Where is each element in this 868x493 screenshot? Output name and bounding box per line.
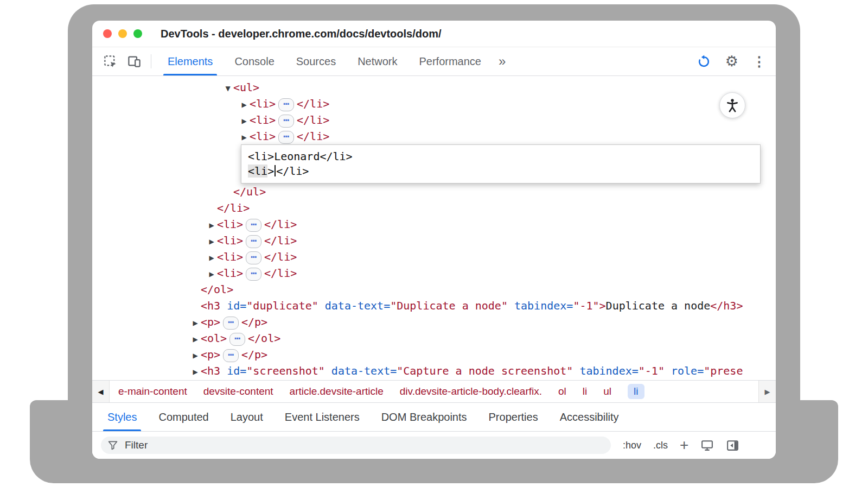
expand-arrow-icon[interactable]: ▶ (190, 347, 201, 364)
ellipsis-expand-button[interactable]: … (223, 349, 239, 362)
code-token: </li> (264, 250, 297, 263)
breadcrumb-scroll-left-button[interactable]: ◀ (92, 381, 110, 402)
dom-tree-line[interactable]: ▶<li>…</li> (92, 112, 776, 128)
ellipsis-expand-button[interactable]: … (278, 115, 294, 128)
dom-tree-line[interactable]: ▶<p>…</p> (92, 346, 776, 363)
code-token: </li> (264, 218, 297, 231)
ellipsis-expand-button[interactable]: … (229, 333, 245, 346)
filter-input[interactable] (124, 439, 604, 452)
toggle-element-state-button[interactable]: :hov (623, 440, 641, 451)
ellipsis-expand-button[interactable]: … (223, 317, 239, 330)
device-toolbar-icon[interactable] (126, 53, 142, 69)
minimize-window-button[interactable] (118, 29, 127, 38)
more-tabs-icon[interactable]: » (492, 47, 512, 75)
code-token: </p> (241, 315, 267, 328)
dom-tree-line[interactable]: ▼<ul> (92, 79, 776, 96)
devtools-window: DevTools - developer.chrome.com/docs/dev… (92, 21, 776, 459)
toolbar-right-icons: ⚙ ⋮ (697, 54, 766, 69)
breadcrumb-scroll-right-button[interactable]: ▶ (758, 381, 776, 402)
rendering-emulations-button[interactable] (700, 439, 714, 452)
dom-tree-line[interactable]: </ul> (92, 184, 776, 200)
dom-tree-line[interactable]: ▶<li>…</li> (92, 128, 776, 144)
expand-arrow-icon[interactable]: ▶ (206, 233, 217, 250)
breadcrumb-item[interactable]: e-main-content (118, 385, 187, 397)
breadcrumb-item[interactable]: article.devsite-article (290, 385, 384, 397)
code-token: id= (220, 299, 246, 312)
tab-dom-breakpoints[interactable]: DOM Breakpoints (371, 403, 478, 431)
code-token: </li> (297, 130, 329, 143)
breadcrumb-item[interactable]: li (583, 385, 587, 397)
dom-tree-line[interactable]: ▶<li>…</li> (92, 216, 776, 232)
ellipsis-expand-button[interactable]: … (246, 235, 261, 248)
window-titlebar: DevTools - developer.chrome.com/docs/dev… (92, 21, 776, 47)
dom-tree-line[interactable]: ▶<h3 id="screenshot" data-text="Capture … (92, 363, 776, 379)
tab-performance[interactable]: Performance (409, 47, 493, 75)
code-token: <li> (217, 250, 243, 263)
expand-arrow-icon[interactable]: ▶ (239, 113, 250, 129)
expand-arrow-icon[interactable]: ▶ (239, 129, 250, 146)
tab-styles[interactable]: Styles (97, 403, 148, 431)
expand-arrow-icon[interactable]: ▶ (206, 250, 217, 266)
code-token: "Capture a node screenshot" (397, 364, 573, 377)
code-token: <li> (217, 218, 243, 231)
dom-tree-line[interactable]: ▶<li>…</li> (92, 232, 776, 249)
tab-properties[interactable]: Properties (478, 403, 549, 431)
expand-arrow-icon[interactable]: ▶ (206, 266, 217, 282)
ellipsis-expand-button[interactable]: … (246, 219, 261, 232)
code-token: data-text= (318, 299, 390, 312)
tab-layout[interactable]: Layout (220, 403, 274, 431)
dom-tree-line[interactable]: ▶<p>…</p> (92, 314, 776, 330)
tab-elements[interactable]: Elements (157, 47, 224, 75)
ellipsis-expand-button[interactable]: … (278, 98, 294, 111)
overflow-menu-icon[interactable]: ⋮ (752, 55, 766, 68)
sync-icon[interactable] (697, 54, 711, 69)
expand-arrow-icon[interactable]: ▶ (190, 364, 201, 380)
dom-tree-line[interactable]: ▶<li>…</li> (92, 265, 776, 281)
expand-arrow-icon[interactable]: ▶ (190, 331, 201, 347)
ellipsis-expand-button[interactable]: … (246, 268, 261, 281)
breadcrumb-item[interactable]: div.devsite-article-body.clearfix. (400, 385, 542, 397)
styles-filter-bar: :hov .cls + (92, 431, 776, 459)
close-window-button[interactable] (103, 29, 112, 38)
settings-gear-icon[interactable]: ⚙ (725, 54, 738, 69)
toggle-sidebar-button[interactable] (726, 439, 739, 452)
inline-edit-box[interactable]: <li>Leonard</li><li></li> (241, 144, 761, 184)
ellipsis-expand-button[interactable]: … (246, 251, 261, 264)
dom-tree-line[interactable]: ▶<li>…</li> (92, 96, 776, 112)
breadcrumb-item-selected[interactable]: li (628, 384, 644, 399)
dom-tree-line[interactable]: </ol> (92, 281, 776, 298)
tab-accessibility[interactable]: Accessibility (549, 403, 630, 431)
accessibility-button[interactable] (719, 92, 745, 118)
new-style-rule-button[interactable]: + (680, 438, 688, 453)
collapse-arrow-icon[interactable]: ▼ (222, 80, 233, 97)
tab-sources[interactable]: Sources (285, 47, 347, 75)
tab-computed[interactable]: Computed (148, 403, 219, 431)
expand-arrow-icon[interactable]: ▶ (206, 217, 217, 233)
dom-tree-line[interactable]: ▶<li>…</li> (92, 249, 776, 265)
dom-tree-line[interactable]: ▶<ol>…</ol> (92, 330, 776, 346)
ellipsis-expand-button[interactable]: … (278, 131, 294, 144)
breadcrumb-item[interactable]: devsite-content (203, 385, 273, 397)
code-token: </li> (297, 97, 329, 110)
expand-arrow-icon[interactable]: ▶ (190, 315, 201, 331)
filter-input-pill[interactable] (101, 437, 611, 454)
element-classes-button[interactable]: .cls (653, 440, 668, 451)
tab-console[interactable]: Console (224, 47, 285, 75)
code-token: </li> (264, 234, 297, 247)
breadcrumb-item[interactable]: ol (558, 385, 566, 397)
code-token: "-1" (573, 299, 599, 312)
code-token: data-text= (325, 364, 397, 377)
expand-arrow-icon[interactable]: ▶ (239, 97, 250, 113)
inspect-element-icon[interactable] (102, 53, 118, 69)
code-token: </h3> (710, 299, 743, 312)
dom-tree-line[interactable]: <h3 id="duplicate" data-text="Duplicate … (92, 298, 776, 314)
code-token: </ul> (233, 185, 266, 198)
code-token: <li> (217, 234, 243, 247)
breadcrumb-item[interactable]: ul (603, 385, 611, 397)
dom-tree-line[interactable]: ▶<li>Leonard</li><li></li> (92, 144, 776, 184)
code-token: > (599, 299, 606, 312)
dom-tree-line[interactable]: </li> (92, 200, 776, 216)
tab-network[interactable]: Network (347, 47, 408, 75)
zoom-window-button[interactable] (133, 29, 142, 38)
tab-event-listeners[interactable]: Event Listeners (274, 403, 371, 431)
